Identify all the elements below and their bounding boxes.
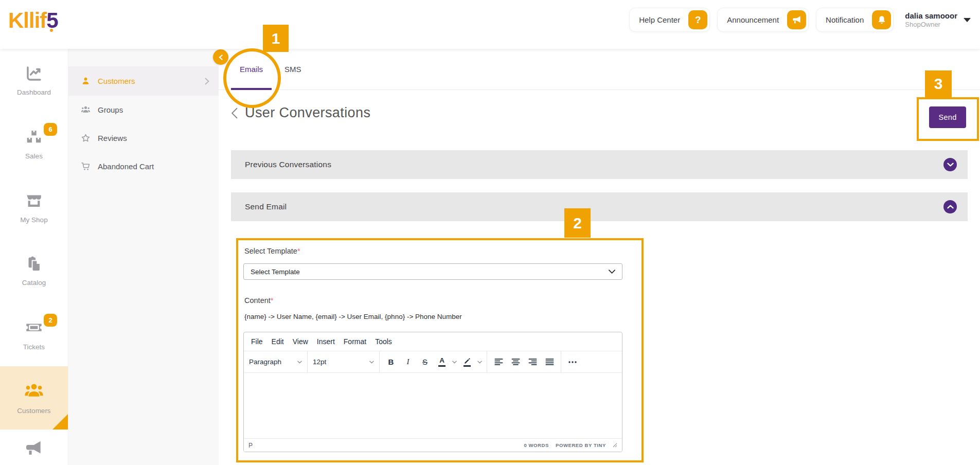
annotation-step-2: 2	[564, 208, 591, 238]
submenu-label: Groups	[98, 105, 123, 114]
select-template-label: Select Template*	[244, 247, 300, 255]
people-icon	[24, 381, 44, 401]
italic-button[interactable]: I	[400, 353, 416, 370]
menu-file[interactable]: File	[251, 337, 263, 346]
menu-insert[interactable]: Insert	[317, 337, 335, 346]
accordion-previous-conversations[interactable]: Previous Conversations	[231, 150, 968, 179]
send-email-form: Select Template* Select Template Content…	[236, 238, 644, 462]
sidebar-item-customers[interactable]: Customers	[0, 366, 68, 430]
align-center-button[interactable]	[507, 353, 524, 370]
tickets-badge: 2	[44, 314, 57, 327]
rich-text-editor: File Edit View Insert Format Tools Parag…	[243, 332, 622, 452]
text-color-button[interactable]: A	[434, 353, 450, 370]
more-group	[561, 351, 584, 372]
question-icon: ?	[688, 10, 707, 29]
menu-tools[interactable]: Tools	[375, 337, 392, 346]
submenu-item-reviews[interactable]: Reviews	[68, 124, 219, 152]
help-center-button[interactable]: Help Center ?	[629, 8, 710, 32]
annotation-step-1: 1	[263, 25, 289, 52]
user-menu[interactable]: dalia samooor ShopOwner	[905, 11, 971, 28]
resize-handle[interactable]	[613, 443, 617, 448]
sidebar-label: Catalog	[22, 279, 46, 287]
send-button[interactable]: Send	[929, 106, 966, 128]
menu-edit[interactable]: Edit	[272, 337, 284, 346]
cart-icon	[80, 162, 91, 171]
sidebar-label: Dashboard	[17, 88, 51, 96]
page-title: User Conversations	[245, 105, 370, 121]
app-window: Kllif5 Help Center ? Announcement Notifi…	[0, 0, 980, 465]
chevron-up-circle-icon[interactable]	[943, 200, 957, 213]
accordion-title: Previous Conversations	[245, 160, 331, 169]
sidebar-item-catalog[interactable]: Catalog	[0, 239, 68, 302]
element-path: P	[248, 442, 253, 449]
tab-emails[interactable]: Emails	[229, 49, 274, 90]
align-right-button[interactable]	[524, 353, 541, 370]
main-sidebar: Dashboard 6 Sales My Shop Catalog 2	[0, 49, 68, 465]
sidebar-label: Tickets	[23, 343, 45, 351]
help-center-label: Help Center	[639, 15, 680, 24]
paragraph-format-select[interactable]: Paragraph	[244, 351, 307, 372]
tab-sms[interactable]: SMS	[274, 49, 312, 90]
align-left-button[interactable]	[490, 353, 507, 370]
brand-logo-accent: 5	[46, 8, 58, 32]
customers-submenu: Customers Groups Reviews Abandoned Cart	[68, 49, 219, 465]
main-content: Emails SMS User Conversations Previous C…	[219, 49, 980, 465]
editor-content-area[interactable]	[244, 373, 622, 438]
menu-view[interactable]: View	[293, 337, 308, 346]
sidebar-item-dashboard[interactable]: Dashboard	[0, 49, 68, 112]
boxes-icon	[25, 129, 43, 146]
sidebar-item-marketing[interactable]	[0, 430, 68, 465]
highlight-color-button[interactable]	[459, 353, 475, 370]
submenu-label: Abandoned Cart	[98, 162, 154, 171]
announcement-label: Announcement	[727, 15, 779, 24]
more-options-button[interactable]	[564, 353, 581, 370]
sidebar-item-my-shop[interactable]: My Shop	[0, 176, 68, 239]
powered-by-tiny: POWERED BY TINY	[556, 442, 606, 448]
sidebar-label: Sales	[25, 152, 43, 160]
notification-label: Notification	[826, 15, 864, 24]
user-name: dalia samooor	[905, 11, 957, 20]
star-icon	[80, 133, 91, 143]
submenu-item-groups[interactable]: Groups	[68, 96, 219, 124]
megaphone-icon	[787, 10, 806, 29]
megaphone-icon	[24, 439, 44, 458]
bold-button[interactable]: B	[383, 353, 399, 370]
sidebar-item-tickets[interactable]: 2 Tickets	[0, 303, 68, 366]
submenu-label: Reviews	[98, 134, 127, 142]
align-justify-button[interactable]	[541, 353, 558, 370]
collapse-sidebar-button[interactable]	[213, 49, 228, 65]
text-color-chevron-icon[interactable]	[451, 361, 458, 364]
template-select[interactable]: Select Template	[243, 263, 622, 280]
format-buttons-group: B I S A	[380, 351, 487, 372]
submenu-item-customers[interactable]: Customers	[68, 66, 219, 96]
chevron-down-circle-icon[interactable]	[943, 158, 957, 171]
content-placeholders-hint: {name} -> User Name, {email} -> User Ema…	[244, 313, 462, 320]
editor-toolbar: Paragraph 12pt B I S A	[244, 351, 622, 373]
menu-format[interactable]: Format	[344, 337, 366, 346]
brand-logo[interactable]: Kllif5	[8, 8, 58, 33]
font-size-select[interactable]: 12pt	[308, 351, 379, 372]
back-chevron-icon[interactable]	[231, 108, 238, 119]
strikethrough-button[interactable]: S	[417, 353, 433, 370]
ticket-icon	[25, 318, 43, 337]
chevron-down-icon	[609, 270, 615, 274]
editor-statusbar: P 0 WORDS POWERED BY TINY	[244, 438, 622, 452]
announcement-button[interactable]: Announcement	[717, 8, 809, 32]
page-title-row: User Conversations	[231, 105, 370, 121]
sales-badge: 6	[44, 123, 57, 136]
highlight-color-chevron-icon[interactable]	[476, 361, 484, 364]
submenu-item-abandoned-cart[interactable]: Abandoned Cart	[68, 152, 219, 181]
submenu-label: Customers	[98, 77, 135, 85]
annotation-step-3: 3	[925, 70, 952, 97]
brand-logo-primary: Kllif	[8, 8, 46, 32]
notification-button[interactable]: Notification	[816, 8, 894, 32]
group-icon	[80, 105, 91, 115]
catalog-icon	[25, 255, 43, 273]
accordion-send-email[interactable]: Send Email	[231, 192, 968, 221]
top-header: Kllif5 Help Center ? Announcement Notifi…	[0, 0, 980, 49]
person-icon	[80, 77, 91, 85]
user-info: dalia samooor ShopOwner	[905, 11, 957, 28]
sidebar-item-sales[interactable]: 6 Sales	[0, 112, 68, 175]
chevron-right-icon	[205, 78, 209, 85]
sidebar-label: My Shop	[20, 216, 47, 224]
